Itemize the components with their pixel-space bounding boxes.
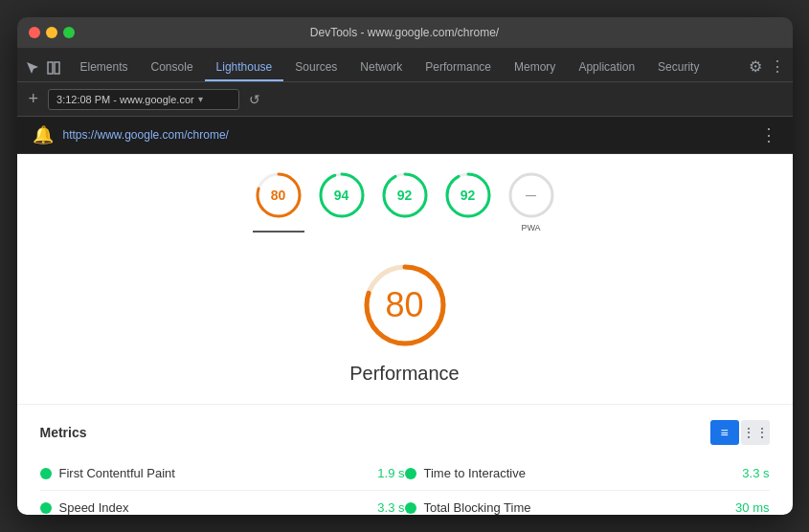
tab-console[interactable]: Console bbox=[140, 55, 205, 81]
score-circles: 80 94 bbox=[17, 169, 793, 233]
title-bar: DevTools - www.google.com/chrome/ bbox=[17, 17, 793, 48]
fcp-name: First Contentful Paint bbox=[59, 466, 371, 480]
score-circle-92b[interactable]: 92 bbox=[442, 169, 494, 233]
main-panel: 80 94 bbox=[17, 154, 793, 515]
tab-network[interactable]: Network bbox=[348, 55, 414, 81]
devtools-icons-left bbox=[25, 60, 61, 81]
url-bar[interactable]: 3:12:08 PM - www.google.cor ▾ bbox=[48, 89, 239, 110]
cursor-icon bbox=[25, 60, 40, 76]
metric-row-tbt: Total Blocking Time 30 ms bbox=[405, 491, 770, 515]
devtools-window: DevTools - www.google.com/chrome/ Elemen… bbox=[17, 17, 793, 515]
metric-row-tti: Time to Interactive 3.3 s bbox=[405, 456, 770, 491]
circle-ring-92a: 92 bbox=[379, 169, 431, 221]
score-circle-performance[interactable]: 80 bbox=[253, 169, 304, 233]
circle-ring-pwa: — bbox=[506, 169, 557, 221]
tab-sources[interactable]: Sources bbox=[283, 55, 348, 81]
tti-indicator bbox=[405, 468, 416, 479]
tab-memory[interactable]: Memory bbox=[503, 55, 567, 81]
inspector-icon bbox=[46, 60, 61, 76]
settings-icon[interactable]: ⚙ bbox=[749, 57, 762, 76]
metrics-header: Metrics ≡ ⋮⋮ bbox=[40, 420, 770, 445]
score-circle-pwa[interactable]: — PWA bbox=[506, 169, 557, 233]
performance-label: Performance bbox=[349, 363, 460, 385]
tab-elements[interactable]: Elements bbox=[69, 55, 140, 81]
si-name: Speed Index bbox=[59, 500, 371, 515]
chevron-down-icon: ▾ bbox=[198, 94, 203, 104]
content-area: 🔔 https://www.google.com/chrome/ ⋮ 80 bbox=[17, 117, 793, 515]
score-value-92a: 92 bbox=[397, 188, 413, 203]
score-circle-94[interactable]: 94 bbox=[316, 169, 368, 233]
tbt-indicator bbox=[405, 502, 416, 514]
close-button[interactable] bbox=[29, 27, 40, 38]
si-indicator bbox=[40, 502, 52, 514]
minimize-button[interactable] bbox=[46, 27, 57, 38]
big-score-circle: 80 bbox=[359, 259, 451, 351]
metrics-title: Metrics bbox=[40, 425, 87, 440]
pwa-label: PWA bbox=[521, 223, 540, 233]
score-value-94: 94 bbox=[334, 188, 349, 203]
tab-lighthouse[interactable]: Lighthouse bbox=[205, 55, 284, 81]
page-url: https://www.google.com/chrome/ bbox=[63, 128, 229, 142]
tbt-value: 30 ms bbox=[735, 500, 769, 515]
tab-application[interactable]: Application bbox=[567, 55, 646, 81]
metrics-left-col: First Contentful Paint 1.9 s Speed Index… bbox=[40, 456, 405, 515]
reload-icon[interactable]: ↺ bbox=[249, 92, 260, 107]
add-tab-button[interactable]: + bbox=[25, 87, 43, 111]
circle-ring-92b: 92 bbox=[442, 169, 494, 221]
url-text: 3:12:08 PM - www.google.cor bbox=[56, 94, 194, 105]
svg-rect-1 bbox=[55, 62, 59, 74]
devtools-tabs: Elements Console Lighthouse Sources Netw… bbox=[17, 48, 793, 82]
score-value-80: 80 bbox=[271, 188, 286, 203]
tbt-name: Total Blocking Time bbox=[424, 500, 729, 515]
fcp-indicator bbox=[40, 468, 52, 479]
more-icon[interactable]: ⋮ bbox=[760, 124, 777, 145]
toggle-bar-view[interactable]: ≡ bbox=[710, 420, 739, 445]
tti-name: Time to Interactive bbox=[424, 466, 735, 480]
svg-rect-0 bbox=[48, 62, 53, 74]
big-score-value: 80 bbox=[385, 285, 423, 325]
traffic-lights bbox=[29, 27, 75, 38]
metrics-right-col: Time to Interactive 3.3 s Total Blocking… bbox=[405, 456, 770, 515]
address-bar: + 3:12:08 PM - www.google.cor ▾ ↺ bbox=[17, 82, 793, 117]
circle-ring-80: 80 bbox=[253, 169, 304, 221]
score-value-92b: 92 bbox=[461, 188, 476, 203]
circle-ring-94: 94 bbox=[316, 169, 368, 221]
score-circle-92a[interactable]: 92 bbox=[379, 169, 431, 233]
score-value-pwa: — bbox=[526, 189, 536, 201]
si-value: 3.3 s bbox=[377, 500, 404, 515]
maximize-button[interactable] bbox=[63, 27, 75, 38]
big-score-area: 80 Performance bbox=[17, 248, 793, 405]
metrics-section: Metrics ≡ ⋮⋮ First Contentful Paint 1.9 … bbox=[17, 405, 793, 515]
tti-value: 3.3 s bbox=[742, 466, 769, 480]
toggle-grid-view[interactable]: ⋮⋮ bbox=[741, 420, 770, 445]
metric-row-fcp: First Contentful Paint 1.9 s bbox=[40, 456, 405, 491]
tab-security[interactable]: Security bbox=[646, 55, 710, 81]
url-error-bar: 🔔 https://www.google.com/chrome/ ⋮ bbox=[17, 117, 793, 154]
devtools-icons-right: ⚙ ⋮ bbox=[749, 57, 785, 81]
fcp-value: 1.9 s bbox=[377, 466, 404, 480]
metric-row-si: Speed Index 3.3 s bbox=[40, 491, 405, 515]
lighthouse-logo-icon: 🔔 bbox=[33, 124, 54, 145]
view-toggle: ≡ ⋮⋮ bbox=[710, 420, 770, 445]
tab-performance[interactable]: Performance bbox=[414, 55, 503, 81]
more-options-icon[interactable]: ⋮ bbox=[770, 57, 785, 76]
metric-grid: First Contentful Paint 1.9 s Speed Index… bbox=[40, 456, 770, 515]
window-title: DevTools - www.google.com/chrome/ bbox=[310, 26, 499, 39]
